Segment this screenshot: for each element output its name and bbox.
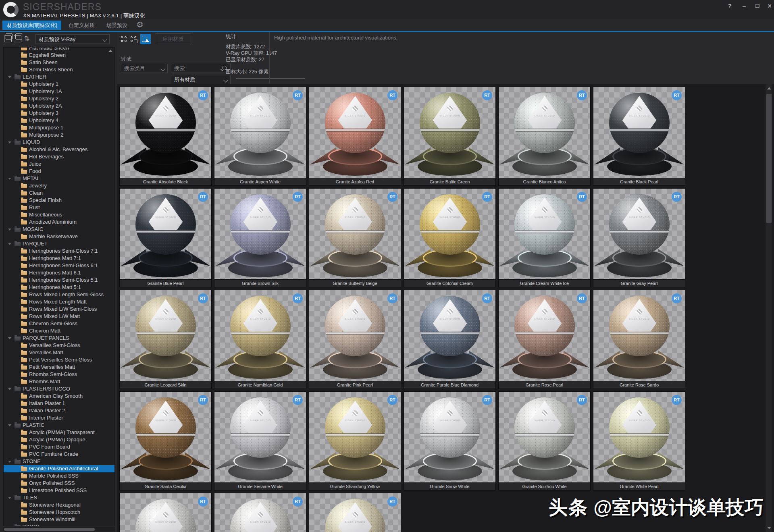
material-tile[interactable]: RT SIGER STUDIO Granite Suizhou White xyxy=(498,391,591,490)
material-thumbnail[interactable]: RT SIGER STUDIO xyxy=(499,189,590,280)
tab-scene-presets[interactable]: 场景预设 xyxy=(102,21,132,30)
tree-row-leather[interactable]: LEATHER xyxy=(4,73,114,81)
tree-row-semi-gloss-sheen[interactable]: Semi-Gloss Sheen xyxy=(4,66,114,73)
material-tile[interactable]: RT SIGER STUDIO xyxy=(214,493,306,532)
tree-row-special-finish[interactable]: Special Finish xyxy=(4,197,114,204)
tree-row-italian-plaster-2[interactable]: Italian Plaster 2 xyxy=(4,407,114,414)
thumbnail-view-icon[interactable] xyxy=(120,35,127,43)
material-thumbnail[interactable]: RT SIGER STUDIO xyxy=(214,493,306,532)
tab-material-preset-library[interactable]: 材质预设库[萌妹汉化] xyxy=(2,21,61,30)
maximize-button[interactable]: ❒ xyxy=(752,2,763,10)
tree-horizontal-scrollbar-thumb[interactable] xyxy=(4,528,95,531)
material-tile[interactable]: RT SIGER STUDIO Granite Black Pearl xyxy=(593,87,685,186)
material-thumbnail[interactable]: RT SIGER STUDIO xyxy=(309,392,401,483)
material-tile[interactable]: RT SIGER STUDIO Granite Gray Pearl xyxy=(593,188,685,287)
tree-row-petit-versailles-semi-gloss[interactable]: Petit Versailles Semi-Gloss xyxy=(4,356,114,364)
material-tile[interactable]: RT SIGER STUDIO Granite Purple Blue Diam… xyxy=(404,290,496,389)
minimize-button[interactable]: – xyxy=(739,2,749,10)
tree-row-alcohol-alc-beverages[interactable]: Alcohol & Alc. Beverages xyxy=(4,146,114,153)
material-thumbnail[interactable]: RT SIGER STUDIO xyxy=(593,189,685,280)
material-thumbnail[interactable]: RT SIGER STUDIO xyxy=(214,392,306,483)
tree-row-marble-basketweave[interactable]: Marble Basketweave xyxy=(4,233,114,240)
tree-row-herringbones-matt-5-1[interactable]: Herringbones Matt 5:1 xyxy=(4,284,114,291)
tree-row-herringbones-semi-gloss-5-1[interactable]: Herringbones Semi-Gloss 5:1 xyxy=(4,276,114,284)
tree-horizontal-scrollbar[interactable] xyxy=(3,527,115,532)
tree-row-upholstery-4[interactable]: Upholstery 4 xyxy=(4,117,114,124)
expand-arrow-icon[interactable] xyxy=(8,388,11,390)
material-tile[interactable]: RT SIGER STUDIO Granite White Pearl xyxy=(593,391,685,490)
material-thumbnail[interactable]: RT SIGER STUDIO xyxy=(120,392,211,483)
tree-row-acrylic-pmma-transparent[interactable]: Acrylic (PMMA) Transparent xyxy=(4,429,114,436)
tree-row-upholstery-1a[interactable]: Upholstery 1A xyxy=(4,88,114,95)
material-tile[interactable]: RT SIGER STUDIO Granite Brown Silk xyxy=(214,188,306,287)
tree-row-rhombs-semi-gloss[interactable]: Rhombs Semi-Gloss xyxy=(4,371,114,378)
tree-row-upholstery-1[interactable]: Upholstery 1 xyxy=(4,81,114,88)
material-thumbnail[interactable]: RT SIGER STUDIO xyxy=(214,87,306,178)
tree-row-parquet-panels[interactable]: PARQUET PANELS xyxy=(4,335,114,342)
apply-on-pick-icon[interactable] xyxy=(140,34,151,44)
material-thumbnail[interactable]: RT SIGER STUDIO xyxy=(214,189,306,280)
tree-row-parquet[interactable]: PARQUET xyxy=(4,240,114,247)
tree-row-pvc-furniture-grade[interactable]: PVC Furniture Grade xyxy=(4,451,114,458)
tree-row-jewelry[interactable]: Jewelry xyxy=(4,182,114,189)
tree-row-metal[interactable]: METAL xyxy=(4,175,114,182)
tree-row-petit-versailles-matt[interactable]: Petit Versailles Matt xyxy=(4,364,114,371)
grid-scrollbar-thumb[interactable] xyxy=(766,94,772,223)
material-tile[interactable]: RT SIGER STUDIO xyxy=(309,493,401,532)
tree-row-stoneware-windmill[interactable]: Stoneware Windmill xyxy=(4,516,114,523)
tree-row-marble-polished-sss[interactable]: Marble Polished SSS xyxy=(4,472,114,480)
material-tile[interactable]: RT SIGER STUDIO Granite Blue Pearl xyxy=(119,188,212,287)
material-tile[interactable]: RT SIGER STUDIO Granite Sesame White xyxy=(214,391,306,490)
tree-row-liquid[interactable]: LIQUID xyxy=(4,139,114,146)
tree-row-miscellaneous[interactable]: Miscellaneous xyxy=(4,211,114,218)
material-thumbnail[interactable]: RT SIGER STUDIO xyxy=(593,87,685,178)
tree-row-pvc-foam-board[interactable]: PVC Foam Board xyxy=(4,443,114,451)
tree-row-stone[interactable]: STONE xyxy=(4,458,114,465)
tree-row-herringbones-semi-gloss-6-1[interactable]: Herringbones Semi-Gloss 6:1 xyxy=(4,262,114,269)
material-tile[interactable]: RT SIGER STUDIO Granite Butterfly Beige xyxy=(309,188,401,287)
material-tile[interactable]: RT SIGER STUDIO Granite Namibian Gold xyxy=(214,290,306,389)
expand-arrow-icon[interactable] xyxy=(8,461,11,463)
tree-row-rows-mixed-length-matt[interactable]: Rows Mixed Length Matt xyxy=(4,298,114,305)
material-tile[interactable]: RT SIGER STUDIO Granite Bianco Antico xyxy=(498,87,591,186)
material-thumbnail[interactable]: RT SIGER STUDIO xyxy=(120,87,211,178)
material-thumbnail[interactable]: RT SIGER STUDIO xyxy=(120,189,211,280)
grid-vertical-scrollbar[interactable] xyxy=(766,84,772,532)
material-thumbnail[interactable]: RT SIGER STUDIO xyxy=(309,290,401,381)
sort-icon[interactable]: ⇅ xyxy=(24,35,29,42)
material-thumbnail[interactable]: RT SIGER STUDIO xyxy=(404,189,495,280)
tree-row-stoneware-hexagonal[interactable]: Stoneware Hexagonal xyxy=(4,501,114,509)
tree-row-rows-mixed-l-w-semi-gloss[interactable]: Rows Mixed L/W Semi-Gloss xyxy=(4,305,114,313)
tree-row-wood[interactable]: WOOD xyxy=(4,523,114,526)
tree-scroll-up-icon[interactable] xyxy=(108,50,112,52)
material-tile[interactable]: RT SIGER STUDIO Granite Colonial Cream xyxy=(404,188,496,287)
material-thumbnail[interactable]: RT SIGER STUDIO xyxy=(499,290,590,381)
tree-row-multipurpose-1[interactable]: Multipurpose 1 xyxy=(4,124,114,131)
tree-row-herringbones-matt-7-1[interactable]: Herringbones Matt 7:1 xyxy=(4,255,114,262)
tree-row-limestone-polished-sss[interactable]: Limestone Polished SSS xyxy=(4,487,114,494)
tree-row-multipurpose-2[interactable]: Multipurpose 2 xyxy=(4,131,114,139)
tree-row-onyx-polished-sss[interactable]: Onyx Polished SSS xyxy=(4,480,114,487)
expand-arrow-icon[interactable] xyxy=(8,229,11,231)
material-thumbnail[interactable]: RT SIGER STUDIO xyxy=(593,392,685,483)
material-thumbnail[interactable]: RT SIGER STUDIO xyxy=(499,87,590,178)
expand-arrow-icon[interactable] xyxy=(8,76,11,78)
expand-arrow-icon[interactable] xyxy=(8,141,11,143)
detail-view-icon[interactable] xyxy=(130,35,137,43)
close-button[interactable]: ✕ xyxy=(764,2,774,10)
tree-row-hot-beverages[interactable]: Hot Beverages xyxy=(4,153,114,160)
material-thumbnail[interactable]: RT SIGER STUDIO xyxy=(499,392,590,483)
expand-arrow-icon[interactable] xyxy=(8,497,11,499)
scroll-down-icon[interactable] xyxy=(767,527,771,529)
tree-row-eggshell-sheen[interactable]: Eggshell Sheen xyxy=(4,52,114,59)
material-thumbnail[interactable]: RT SIGER STUDIO xyxy=(309,493,401,532)
material-tile[interactable]: RT SIGER STUDIO Granite Rose Pearl xyxy=(498,290,591,389)
tree-row-herringbones-matt-6-1[interactable]: Herringbones Matt 6:1 xyxy=(4,269,114,276)
duplicate-material-icon[interactable] xyxy=(14,35,21,42)
tree-row-clean[interactable]: Clean xyxy=(4,189,114,197)
material-thumbnail[interactable]: RT SIGER STUDIO xyxy=(404,87,495,178)
material-thumbnail[interactable]: RT SIGER STUDIO xyxy=(120,290,211,381)
material-tile[interactable]: RT SIGER STUDIO xyxy=(119,493,212,532)
apply-material-button[interactable]: 应用材质 xyxy=(155,33,191,45)
material-thumbnail[interactable]: RT SIGER STUDIO xyxy=(214,290,306,381)
